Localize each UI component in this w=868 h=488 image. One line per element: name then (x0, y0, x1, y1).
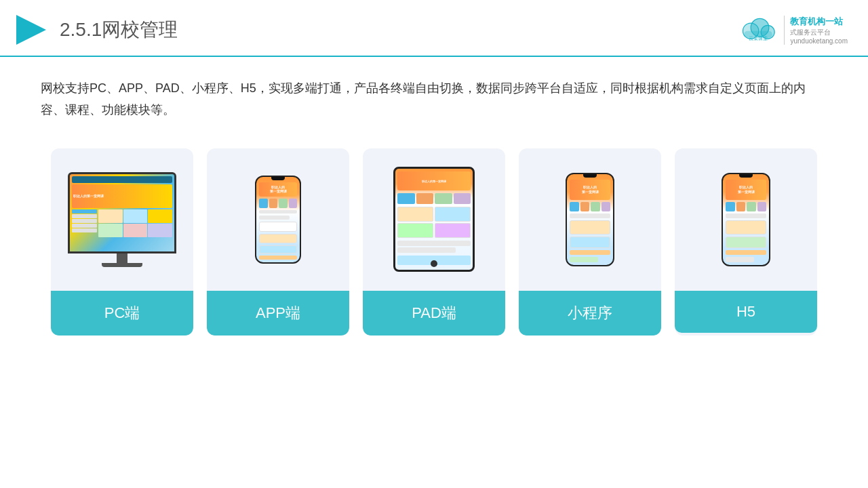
monitor-stand (117, 253, 127, 263)
card-label-pad: PAD端 (363, 291, 505, 336)
phone-screen-app: 职达人的第一堂网课 (256, 177, 300, 262)
tablet-home-btn (431, 260, 437, 267)
card-image-app: 职达人的第一堂网课 (207, 148, 349, 291)
monitor-body: 职达人的第一堂网课 (68, 172, 176, 253)
cards-container: 职达人的第一堂网课 (41, 148, 827, 336)
play-icon (14, 12, 49, 47)
phone-h5: 职达人的第一堂网课 (722, 173, 770, 266)
card-app: 职达人的第一堂网课 (207, 148, 349, 336)
tablet-screen: 职达人的第一堂网课 (395, 169, 473, 270)
phone-notch (271, 177, 285, 180)
card-label-app: APP端 (207, 291, 349, 336)
card-h5: 职达人的第一堂网课 (675, 148, 817, 336)
card-label-h5: H5 (675, 291, 817, 333)
logo-sub: 式服务云平台 (790, 28, 848, 37)
card-pc: 职达人的第一堂网课 (51, 148, 193, 336)
logo-name: 教育机构一站 (790, 16, 848, 28)
tablet-pad: 职达人的第一堂网课 (393, 167, 475, 272)
phone-screen-mini: 职达人的第一堂网课 (567, 174, 613, 265)
card-pad: 职达人的第一堂网课 (363, 148, 505, 336)
pc-monitor: 职达人的第一堂网课 (64, 172, 180, 267)
card-label-pc: PC端 (51, 291, 193, 336)
card-image-miniprogram: 职达人的第一堂网课 (519, 148, 661, 291)
logo-url: yunduoketang.com (790, 37, 848, 45)
logo-area: 云朵课堂 教育机构一站 式服务云平台 yunduoketang.com (738, 16, 848, 45)
main-content: 网校支持PC、APP、PAD、小程序、H5，实现多端打通，产品各终端自由切换，数… (0, 57, 868, 349)
svg-marker-0 (16, 15, 46, 45)
phone-notch-mini (583, 174, 597, 178)
card-image-pad: 职达人的第一堂网课 (363, 148, 505, 291)
card-image-h5: 职达人的第一堂网课 (675, 148, 817, 291)
header-left: 2.5.1网校管理 (14, 12, 178, 47)
card-label-miniprogram: 小程序 (519, 291, 661, 336)
logo-text-block: 教育机构一站 式服务云平台 yunduoketang.com (784, 16, 848, 45)
header: 2.5.1网校管理 云朵课堂 教育机构一站 式服务云平台 yunduoketan… (0, 0, 868, 57)
title-prefix: 2.5.1 (60, 19, 102, 40)
description-text: 网校支持PC、APP、PAD、小程序、H5，实现多端打通，产品各终端自由切换，数… (41, 77, 827, 121)
phone-app: 职达人的第一堂网课 (255, 176, 301, 264)
cloud-logo-icon: 云朵课堂 (738, 16, 778, 43)
phone-notch-h5 (739, 174, 753, 178)
card-image-pc: 职达人的第一堂网课 (51, 148, 193, 291)
monitor-screen: 职达人的第一堂网课 (70, 174, 174, 251)
card-miniprogram: 职达人的第一堂网课 (519, 148, 661, 336)
phone-miniprogram: 职达人的第一堂网课 (566, 173, 614, 266)
title-main: 网校管理 (102, 19, 178, 40)
phone-screen-h5: 职达人的第一堂网课 (723, 174, 769, 265)
page-title: 2.5.1网校管理 (60, 17, 178, 43)
monitor-base (102, 263, 142, 267)
svg-text:云朵课堂: 云朵课堂 (749, 36, 768, 41)
